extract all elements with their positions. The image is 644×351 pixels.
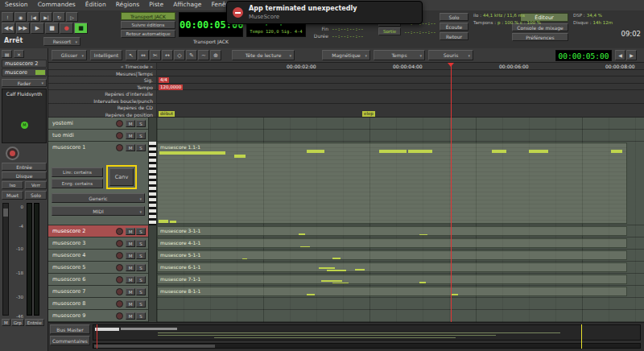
track-mute-button[interactable]: M	[126, 264, 135, 271]
track-header-tuo-midi[interactable]: tuo midiMS	[48, 130, 148, 142]
track-header-musescore-6[interactable]: musescore 6MS	[48, 274, 148, 286]
strip-bottom-entrée[interactable]: Entrée	[25, 319, 44, 326]
strip-route-2[interactable]: muscore	[2, 68, 47, 76]
follow-edits-button[interactable]: Suivre éditions	[121, 21, 175, 29]
menu-item-affichage[interactable]: Affichage	[168, 0, 206, 10]
rewind-icon[interactable]: ◀◀	[2, 23, 15, 34]
crash-notification[interactable]: App terminated unexpectedly MuseScore	[226, 1, 423, 24]
goto-start-icon[interactable]: |◀	[27, 12, 39, 22]
meter-marker[interactable]: 4/4	[159, 77, 169, 83]
track-mute-button[interactable]: M	[126, 240, 135, 247]
strip-solo-button[interactable]: Solo	[25, 191, 47, 200]
track-mute-button[interactable]: M	[126, 288, 135, 295]
selection-value-1[interactable]: --:--:--:--	[332, 26, 364, 31]
processor-box[interactable]: Calf Fluidsynth M	[2, 89, 47, 143]
track-solo-button[interactable]: S	[136, 252, 146, 259]
comments-button[interactable]: Commentaires	[50, 336, 90, 345]
bus-master-button[interactable]: Bus Master	[50, 324, 90, 334]
canvas-row-musescore-8[interactable]	[157, 298, 644, 310]
track-mute-button[interactable]: M	[126, 132, 135, 139]
track-solo-button[interactable]: S	[136, 288, 146, 295]
record-enable-button[interactable]	[116, 240, 123, 247]
solo-global-button[interactable]: Solo	[440, 13, 469, 21]
canvas-row-yostemi[interactable]	[157, 118, 644, 130]
playhead-marker-icon[interactable]	[448, 63, 454, 67]
track-header-musescore-3[interactable]: musescore 3MS	[48, 237, 148, 250]
grab-tool-icon[interactable]: ↖	[126, 50, 137, 60]
track-header-musescore-1[interactable]: musescore 1MSLire: certainsEnrg: certain…	[48, 142, 148, 225]
track-mute-button[interactable]: M	[126, 300, 135, 308]
draw-tool-icon[interactable]: ✎	[186, 50, 197, 60]
track-mute-button[interactable]: M	[126, 144, 135, 151]
canvas-row-musescore-3[interactable]: musescore 4-1-1	[157, 237, 644, 250]
track-mute-button[interactable]: M	[126, 120, 135, 127]
region-musescore-5-1-1[interactable]: musescore 5-1-1	[157, 250, 627, 260]
region-musescore-3-1-1[interactable]: musescore 3-1-1	[157, 226, 627, 236]
canvas-row-musescore-1[interactable]: musescore 1.1-1	[157, 142, 644, 225]
tempo-value[interactable]: 120,0	[266, 29, 279, 34]
range-tool-icon[interactable]: ⇔	[138, 50, 149, 60]
stop-icon[interactable]: ■	[45, 23, 59, 34]
zoom-tool-icon[interactable]: ⊕	[210, 50, 221, 60]
canvas-row-musescore-4[interactable]: musescore 5-1-1	[157, 250, 644, 262]
record-enable-button[interactable]	[116, 300, 123, 308]
record-icon[interactable]: ●	[60, 23, 73, 34]
track-solo-button[interactable]: S	[136, 264, 146, 271]
track-header-musescore-4[interactable]: musescore 4MS	[48, 250, 148, 262]
strip-route-1[interactable]: musescore 2	[2, 60, 47, 68]
record-enable-button[interactable]	[116, 312, 123, 320]
record-enable-button[interactable]	[116, 228, 123, 235]
edit-point-dropdown[interactable]: Tête de lecture ▾	[232, 50, 295, 60]
grid-unit-dropdown[interactable]: Temps ▾	[374, 50, 425, 60]
solo-lock-button[interactable]: Verr	[25, 181, 47, 189]
selection-value-2[interactable]: --:--:--:--	[332, 33, 364, 39]
midi-panic-icon[interactable]: !	[2, 12, 14, 22]
midi-channel-button[interactable]: Canv	[109, 168, 134, 186]
locate-prev-icon[interactable]: ◀	[615, 50, 625, 60]
record-enable-button[interactable]	[116, 132, 123, 139]
gain-fader[interactable]	[2, 203, 9, 316]
location-marker-elep[interactable]: elep	[362, 111, 375, 117]
grid-tool-icon[interactable]: ◇	[174, 50, 185, 60]
midi-play-channels-button[interactable]: Lire: certains	[52, 167, 103, 177]
menu-item-session[interactable]: Session	[0, 0, 33, 10]
track-solo-button[interactable]: S	[136, 276, 146, 283]
region-musescore-4-1-1[interactable]: musescore 4-1-1	[157, 238, 627, 248]
stretch-tool-icon[interactable]: ↔	[162, 50, 173, 60]
mouse-mode-dropdown[interactable]: Souris ▾	[428, 50, 473, 60]
internal-edit-tool-icon[interactable]: ~	[198, 50, 209, 60]
summary-strip[interactable]	[93, 324, 641, 341]
audition-button[interactable]: Écoute	[440, 23, 469, 31]
input-monitor-button[interactable]: Entrée	[2, 163, 47, 171]
record-enable-button[interactable]	[116, 144, 123, 151]
punch-out-button[interactable]: Sortie	[378, 27, 401, 35]
strip-bottom-grp[interactable]: Grp	[11, 319, 24, 326]
track-header-musescore-9[interactable]: musescore 9MS	[48, 310, 148, 322]
menu-item-commandes[interactable]: Commandes	[33, 0, 80, 10]
ruler-label-2[interactable]: Sig.	[144, 77, 153, 83]
solo-active-icon[interactable]: ◉	[14, 12, 27, 22]
midi-rec-channels-button[interactable]: Enrg: certains	[52, 179, 103, 188]
canvas-row-musescore-9[interactable]	[157, 310, 644, 322]
track-header-musescore-8[interactable]: musescore 8MS	[48, 298, 148, 310]
fader-mode-dropdown[interactable]: Fader ▾	[2, 79, 47, 87]
record-enable-button[interactable]	[116, 264, 123, 271]
playhead-line[interactable]	[451, 63, 452, 322]
region-musescore-8-1-1[interactable]: musescore 8-1-1	[157, 287, 627, 296]
canvas-rows[interactable]: musescore 1.1-1musescore 3-1-1musescore …	[157, 118, 644, 322]
jack-sync-button[interactable]: Transport JACK	[121, 12, 175, 20]
track-header-yostemi[interactable]: yostemiMS	[48, 118, 148, 130]
horizontal-scrollbar[interactable]	[93, 343, 641, 349]
fast-forward-icon[interactable]: ▶▶	[16, 23, 30, 34]
loop-icon[interactable]: ↻	[53, 12, 65, 22]
track-header-musescore-7[interactable]: musescore 7MS	[48, 286, 148, 298]
ruler-label-0[interactable]: « Timecode »	[121, 64, 153, 69]
record-arm-button[interactable]	[6, 147, 19, 160]
canvas-row-tuo-midi[interactable]	[157, 130, 644, 142]
canvas-row-musescore-2[interactable]: musescore 3-1-1	[157, 225, 644, 237]
editor-clock[interactable]: 00:00:05:00	[555, 50, 612, 61]
ruler-label-3[interactable]: Tempo	[137, 85, 153, 90]
cut-tool-icon[interactable]: ✂	[150, 50, 161, 60]
track-solo-button[interactable]: S	[136, 240, 146, 247]
record-enable-button[interactable]	[116, 288, 123, 295]
